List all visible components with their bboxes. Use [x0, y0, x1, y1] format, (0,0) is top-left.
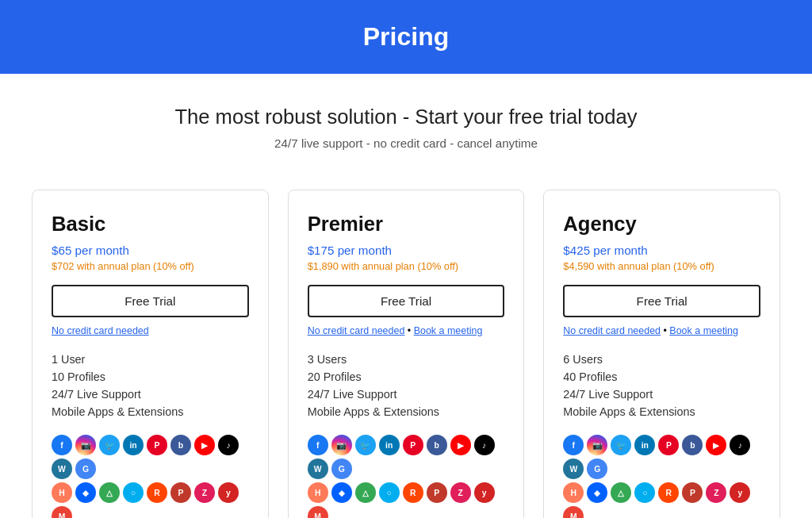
hero-subline: 24/7 live support - no credit card - can…	[16, 136, 796, 150]
pocket-icon: P	[427, 482, 447, 503]
zapier-icon: Z	[450, 482, 471, 503]
facebook-icon: f	[563, 435, 584, 455]
buffer-icon: b	[427, 435, 447, 455]
googledrive-icon: △	[611, 482, 631, 503]
reddit-icon: R	[403, 482, 423, 503]
facebook-icon: f	[52, 435, 72, 455]
separator-premier: •	[408, 325, 414, 336]
google-icon: G	[75, 459, 96, 479]
pinterest-icon: P	[147, 435, 167, 455]
twitter-icon: 🐦	[355, 435, 376, 455]
pocket-icon: P	[682, 482, 703, 503]
credit-line-basic: No credit card needed	[52, 325, 249, 336]
plan-card-premier: Premier $175 per month $1,890 with annua…	[288, 190, 525, 518]
dropbox-icon: ◆	[587, 482, 607, 503]
yelp-icon: y	[730, 482, 750, 503]
feature-premier-0: 3 Users	[308, 351, 505, 368]
facebook-icon: f	[308, 435, 328, 455]
instagram-icon: 📷	[331, 435, 352, 455]
wordpress-icon: W	[52, 459, 72, 479]
price-main-premier: $175 per month	[308, 244, 505, 257]
feature-basic-2: 24/7 Live Support	[52, 386, 249, 403]
tiktok-icon: ♪	[474, 435, 495, 455]
social-icons-row1-agency: f 📷 🐦 in P b ▶ ♪ W G	[563, 435, 760, 479]
social-icons-row1-basic: f 📷 🐦 in P b ▶ ♪ W G	[52, 435, 249, 479]
price-main-basic: $65 per month	[52, 244, 249, 257]
feature-basic-3: Mobile Apps & Extensions	[52, 403, 249, 420]
feature-agency-0: 6 Users	[563, 351, 760, 368]
feature-agency-1: 40 Profiles	[563, 368, 760, 386]
wordpress-icon: W	[308, 459, 328, 479]
pinterest-icon: P	[403, 435, 423, 455]
feature-agency-2: 24/7 Live Support	[563, 386, 760, 403]
yelp-icon: y	[474, 482, 495, 503]
page-title: Pricing	[16, 22, 796, 52]
plan-name-agency: Agency	[563, 213, 760, 236]
free-trial-button-basic[interactable]: Free Trial	[52, 285, 249, 317]
plan-name-premier: Premier	[308, 213, 505, 236]
pricing-cards: Basic $65 per month $702 with annual pla…	[0, 166, 812, 518]
pocket-icon: P	[170, 482, 191, 503]
page-header: Pricing	[0, 0, 812, 74]
buffer-icon: b	[170, 435, 191, 455]
buffer2-icon: ○	[379, 482, 400, 503]
youtube-icon: ▶	[194, 435, 215, 455]
social-icons-row2-premier: H ◆ △ ○ R P Z y M	[308, 482, 505, 518]
price-annual-agency: $4,590 with annual plan (10% off)	[563, 260, 760, 272]
googledrive-icon: △	[99, 482, 120, 503]
reddit-icon: R	[147, 482, 167, 503]
buffer2-icon: ○	[634, 482, 655, 503]
youtube-icon: ▶	[450, 435, 471, 455]
dropbox-icon: ◆	[331, 482, 352, 503]
hubspot-icon: H	[563, 482, 584, 503]
plan-name-basic: Basic	[52, 213, 249, 236]
google-icon: G	[587, 459, 607, 479]
pinterest-icon: P	[658, 435, 679, 455]
hero-section: The most robust solution - Start your fr…	[0, 74, 812, 166]
buffer2-icon: ○	[123, 482, 144, 503]
feature-premier-3: Mobile Apps & Extensions	[308, 403, 505, 420]
google-icon: G	[331, 459, 352, 479]
gmail-icon: M	[52, 506, 72, 518]
feature-basic-0: 1 User	[52, 351, 249, 368]
free-trial-button-agency[interactable]: Free Trial	[563, 285, 760, 317]
gmail-icon: M	[563, 506, 584, 518]
buffer-icon: b	[682, 435, 703, 455]
linkedin-icon: in	[379, 435, 400, 455]
features-basic: 1 User 10 Profiles 24/7 Live Support Mob…	[52, 351, 249, 420]
twitter-icon: 🐦	[611, 435, 631, 455]
social-icons-row1-premier: f 📷 🐦 in P b ▶ ♪ W G	[308, 435, 505, 479]
hero-headline: The most robust solution - Start your fr…	[16, 106, 796, 129]
no-cc-premier: No credit card needed	[308, 325, 405, 336]
instagram-icon: 📷	[75, 435, 96, 455]
free-trial-button-premier[interactable]: Free Trial	[308, 285, 505, 317]
book-meeting-premier[interactable]: Book a meeting	[414, 325, 483, 336]
reddit-icon: R	[658, 482, 679, 503]
book-meeting-agency[interactable]: Book a meeting	[669, 325, 738, 336]
social-icons-row2-basic: H ◆ △ ○ R P Z y M	[52, 482, 249, 518]
instagram-icon: 📷	[587, 435, 607, 455]
linkedin-icon: in	[634, 435, 655, 455]
tiktok-icon: ♪	[730, 435, 750, 455]
zapier-icon: Z	[706, 482, 726, 503]
twitter-icon: 🐦	[99, 435, 120, 455]
price-main-agency: $425 per month	[563, 244, 760, 257]
zapier-icon: Z	[194, 482, 215, 503]
googledrive-icon: △	[355, 482, 376, 503]
social-icons-row2-agency: H ◆ △ ○ R P Z y M	[563, 482, 760, 518]
feature-premier-2: 24/7 Live Support	[308, 386, 505, 403]
features-premier: 3 Users 20 Profiles 24/7 Live Support Mo…	[308, 351, 505, 420]
price-annual-basic: $702 with annual plan (10% off)	[52, 260, 249, 272]
gmail-icon: M	[308, 506, 328, 518]
hubspot-icon: H	[52, 482, 72, 503]
feature-agency-3: Mobile Apps & Extensions	[563, 403, 760, 420]
dropbox-icon: ◆	[75, 482, 96, 503]
credit-line-agency: No credit card needed • Book a meeting	[563, 325, 760, 336]
feature-premier-1: 20 Profiles	[308, 368, 505, 386]
plan-card-agency: Agency $425 per month $4,590 with annual…	[543, 190, 780, 518]
yelp-icon: y	[218, 482, 239, 503]
youtube-icon: ▶	[706, 435, 726, 455]
linkedin-icon: in	[123, 435, 144, 455]
tiktok-icon: ♪	[218, 435, 239, 455]
price-annual-premier: $1,890 with annual plan (10% off)	[308, 260, 505, 272]
